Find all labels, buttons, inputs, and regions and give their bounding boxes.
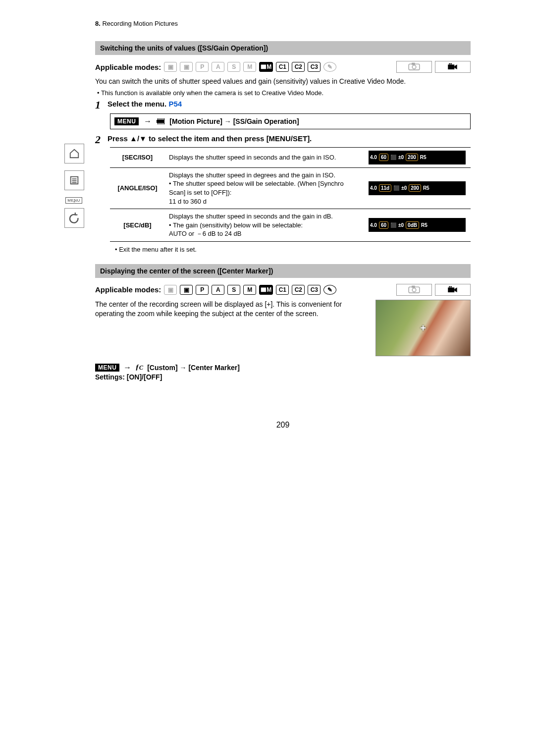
mode-p: P <box>196 62 209 72</box>
svg-rect-13 <box>448 287 454 292</box>
mode-iaplus: ▣ <box>180 62 193 72</box>
step1-label: Select the menu. <box>107 100 166 108</box>
mode-ia: ▣ <box>164 62 177 72</box>
video-mode-icon <box>435 61 471 73</box>
back-icon[interactable] <box>64 208 84 228</box>
opt1-display: 4.0 11d ⬛ ±0 200 R5 <box>364 167 471 209</box>
mode-c2: C2 <box>292 62 305 72</box>
svg-point-14 <box>449 286 450 287</box>
table-row: [SEC/dB] Displays the shutter speed in s… <box>110 209 471 242</box>
arrow-icon: → <box>144 117 152 126</box>
step2-num: 2 <box>95 134 101 145</box>
mode-c1: C1 <box>276 62 289 72</box>
modes-label-2: Applicable modes: <box>95 285 161 294</box>
menu-path-1: MENU → [Motion Picture] → [SS/Gain Opera… <box>110 113 471 129</box>
film-icon <box>157 118 164 124</box>
opt0-desc: Displays the shutter speed in seconds an… <box>165 147 364 167</box>
svg-point-9 <box>450 63 452 65</box>
menu-path-2: MENU → ƒC [Custom] → [Center Marker] <box>95 363 471 372</box>
step1-ref[interactable]: P54 <box>168 100 182 108</box>
svg-rect-12 <box>412 286 415 287</box>
mode-p: P <box>196 285 209 295</box>
photo-mode-icon <box>396 284 432 296</box>
photo-mode-icon <box>396 61 432 73</box>
table-row: [ANGLE/ISO] Displays the shutter speed i… <box>110 167 471 209</box>
svg-rect-6 <box>412 63 415 64</box>
opt1-desc: Displays the shutter speed in degrees an… <box>165 167 364 209</box>
mode-palette: ✎ <box>323 62 336 72</box>
mode-a: A <box>212 62 224 72</box>
page-number: 209 <box>95 421 471 430</box>
svg-point-11 <box>412 288 416 292</box>
settings-line: Settings: [ON]/[OFF] <box>95 373 471 381</box>
svg-point-8 <box>449 63 450 65</box>
custom-fc-icon: ƒC <box>135 363 143 372</box>
mode-s: S <box>227 285 240 295</box>
exit-note: • Exit the menu after it is set. <box>115 246 471 253</box>
chapter-header: 8. Recording Motion Pictures <box>95 20 471 27</box>
menu-badge-icon: MENU <box>114 117 139 125</box>
svg-point-15 <box>450 286 452 287</box>
opt2-name: [SEC/dB] <box>110 209 165 242</box>
chapter-title: Recording Motion Pictures <box>102 20 177 27</box>
options-table: [SEC/ISO] Displays the shutter speed in … <box>110 147 471 242</box>
step1-text: Select the menu. P54 <box>107 100 471 108</box>
mode-c3: C3 <box>308 285 321 295</box>
mode-movie-m: ⯀M <box>259 285 273 295</box>
svg-point-5 <box>412 65 416 69</box>
section1-note: • This function is available only when t… <box>95 89 471 97</box>
step2-text: Press ▲/▼ to select the item and then pr… <box>107 134 471 143</box>
mode-ia: ▣ <box>164 285 177 295</box>
mode-palette: ✎ <box>323 285 336 295</box>
opt2-desc: Displays the shutter speed in seconds an… <box>165 209 364 242</box>
menu-badge-icon: MENU <box>95 364 119 372</box>
section1-title: Switching the units of values ([SS/Gain … <box>95 41 471 55</box>
menu-path-2-text: [Custom] → [Center Marker] <box>147 364 240 372</box>
toc-icon[interactable] <box>64 170 84 190</box>
video-mode-icon <box>435 284 471 296</box>
opt1-name: [ANGLE/ISO] <box>110 167 165 209</box>
mode-movie-m: ⯀M <box>259 62 273 72</box>
opt0-name: [SEC/ISO] <box>110 147 165 167</box>
chapter-num: 8. <box>95 20 101 27</box>
arrow-icon: → <box>123 363 131 372</box>
table-row: [SEC/ISO] Displays the shutter speed in … <box>110 147 471 167</box>
mode-c2: C2 <box>292 285 305 295</box>
mode-m: M <box>243 285 256 295</box>
mode-iaplus: ▣ <box>180 285 193 295</box>
mode-s: S <box>227 62 240 72</box>
modes-row-2: Applicable modes: ▣ ▣ P A S M ⯀M C1 C2 C… <box>95 284 471 296</box>
mode-c1: C1 <box>276 285 289 295</box>
mode-a: A <box>212 285 224 295</box>
section2-title: Displaying the center of the screen ([Ce… <box>95 264 471 278</box>
section1-intro: You can switch the units of shutter spee… <box>95 77 471 86</box>
svg-rect-7 <box>448 65 454 70</box>
home-icon[interactable] <box>64 144 84 163</box>
section2-body: The center of the recording screen will … <box>95 300 367 319</box>
step1-num: 1 <box>95 100 101 110</box>
modes-label: Applicable modes: <box>95 63 161 71</box>
opt2-display: 4.0 60 ⬛ ±0 0dB R5 <box>364 209 471 242</box>
modes-row-1: Applicable modes: ▣ ▣ P A S M ⯀M C1 C2 C… <box>95 61 471 73</box>
menu-path-text: [Motion Picture] → [SS/Gain Operation] <box>169 117 299 125</box>
mode-m: M <box>243 62 256 72</box>
mode-c3: C3 <box>308 62 321 72</box>
center-marker-preview <box>375 300 471 356</box>
opt0-display: 4.0 60 ⬛ ±0 200 R5 <box>364 147 471 167</box>
